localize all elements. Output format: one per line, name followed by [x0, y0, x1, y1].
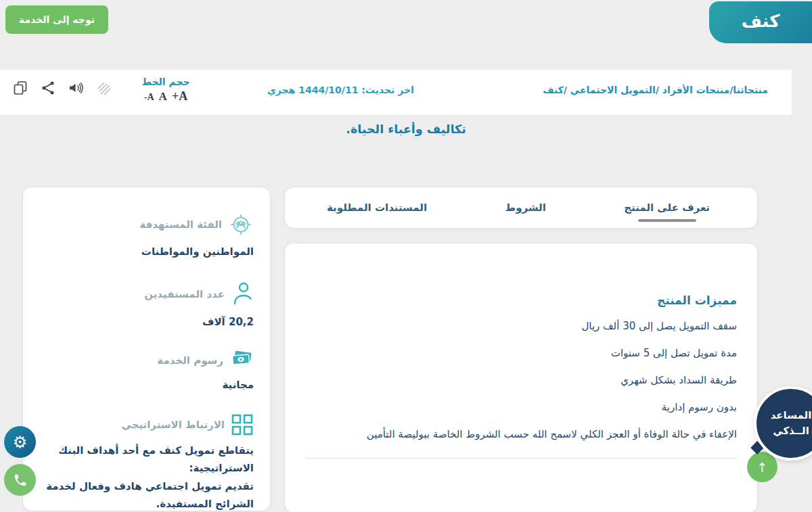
sidebar-value: المواطنين والمواطنات [37, 243, 254, 260]
sidebar-label: رسوم الخدمة [157, 354, 223, 367]
phone-icon [13, 473, 28, 488]
feature-item: طريقة السداد بشكل شهري [305, 374, 737, 386]
product-info-sidebar: الفئة المستهدفة المواطنين والمواطنات عدد… [22, 187, 271, 511]
sidebar-label: عدد المستفيدين [144, 288, 225, 300]
font-size-control: حجم الخط -A A +A [135, 76, 196, 103]
sidebar-item-target-category: الفئة المستهدفة المواطنين والمواطنات [37, 212, 254, 260]
phone-button[interactable] [4, 464, 36, 496]
sidebar-value: يتقاطع تمويل كنف مع أحد أهداف البنك الاس… [37, 442, 254, 512]
go-to-service-button[interactable]: توجه إلى الخدمة [5, 5, 108, 34]
sidebar-item-beneficiaries: عدد المستفيدين 20,2 آلاف [37, 281, 254, 331]
settings-button[interactable]: ⚙ [4, 426, 36, 458]
speaker-icon[interactable] [68, 80, 84, 96]
font-reset-button[interactable]: A [159, 90, 167, 103]
person-icon [231, 281, 254, 308]
grid-icon [231, 413, 254, 436]
content-column: تعرف على المنتج الشروط المستندات المطلوب… [284, 187, 758, 512]
tabs-bar: تعرف على المنتج الشروط المستندات المطلوب… [284, 187, 758, 229]
font-size-label: حجم الخط [135, 76, 196, 87]
last-update-text: اخر تحديث: 1444/10/11 هجري [267, 85, 414, 95]
sidebar-item-service-fees: رسوم الخدمة مجانية [37, 350, 254, 394]
tab-about-product[interactable]: تعرف على المنتج [624, 187, 710, 228]
sidebar-label: الارتباط الاستراتيجي [121, 419, 225, 431]
scroll-to-top-button[interactable]: ↑ [747, 452, 777, 482]
banknotes-icon [229, 350, 254, 371]
toolbar-band: منتجاتنا/منتجات الأفراد /التمويل الاجتما… [0, 70, 792, 115]
feature-item: الإعفاء في حالة الوفاة أو العجز الكلي لا… [305, 428, 737, 440]
feature-item: مدة تمويل تصل إلى 5 سنوات [305, 347, 737, 359]
divider [305, 458, 737, 459]
listen-icon[interactable] [95, 80, 112, 96]
sidebar-value: مجانية [37, 376, 254, 394]
features-heading: مميزات المنتج [305, 294, 737, 307]
product-badge: كنف [709, 1, 812, 43]
copy-icon[interactable] [12, 80, 28, 96]
top-strip: توجه إلى الخدمة كنف [0, 0, 812, 68]
active-tab-underline [638, 219, 696, 222]
target-group-icon [228, 212, 254, 237]
gear-icon: ⚙ [13, 434, 28, 450]
font-decrease-button[interactable]: -A [144, 92, 154, 103]
arrow-up-icon: ↑ [757, 460, 768, 475]
tab-content-panel: مميزات المنتج سقف التمويل يصل إلى 30 ألف… [284, 243, 758, 512]
tab-conditions[interactable]: الشروط [505, 187, 546, 228]
tab-label: المستندات المطلوبة [327, 202, 427, 214]
breadcrumb[interactable]: منتجاتنا/منتجات الأفراد /التمويل الاجتما… [543, 85, 768, 95]
feature-item: سقف التمويل يصل إلى 30 ألف ريال [305, 320, 737, 332]
sidebar-value: 20,2 آلاف [37, 313, 254, 331]
font-size-buttons: -A A +A [135, 89, 196, 103]
tab-label: تعرف على المنتج [624, 202, 710, 214]
sidebar-label: الفئة المستهدفة [139, 218, 222, 231]
smart-assistant-button[interactable]: المساعد الــذكي [754, 386, 812, 461]
font-increase-button[interactable]: +A [172, 89, 187, 103]
tab-label: الشروط [505, 202, 546, 214]
sidebar-item-strategic-link: الارتباط الاستراتيجي يتقاطع تمويل كنف مع… [37, 413, 254, 512]
feature-item: بدون رسوم إدارية [305, 401, 737, 413]
tab-required-documents[interactable]: المستندات المطلوبة [327, 187, 427, 228]
share-icon[interactable] [40, 80, 56, 96]
main-area: تعرف على المنتج الشروط المستندات المطلوب… [22, 187, 758, 512]
toolbar-icons [12, 80, 112, 96]
